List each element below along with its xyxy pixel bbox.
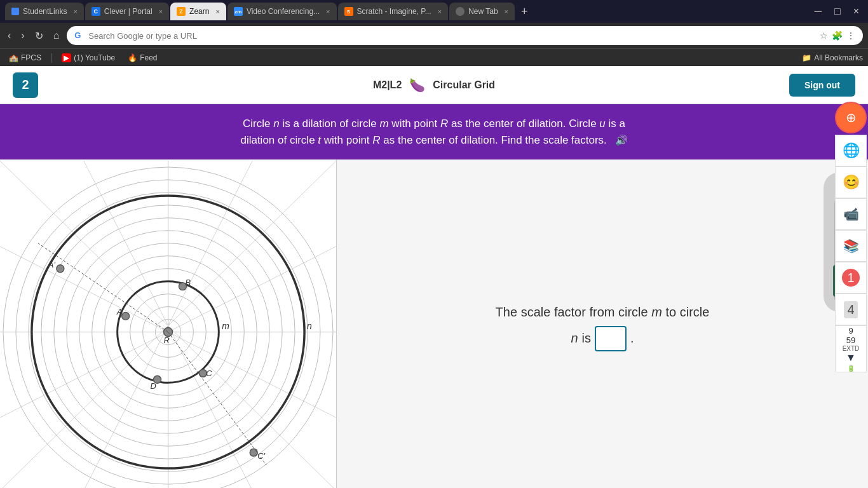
tab-close-studentlinks[interactable]: × [73,8,77,15]
google-logo-icon: G [74,30,85,41]
tab-favicon-zearn: Z [177,7,186,16]
youtube-icon: ▶ [62,53,71,62]
ext-icon-1[interactable]: ⊕ [835,102,867,133]
label-B: B [185,278,191,287]
text-italic-m: m [651,305,662,319]
tab-label-studentlinks: StudentLinks [23,7,67,16]
app-header: 2 M2|L2 🍆 Circular Grid Sign out [0,66,868,104]
label-A-prime: A' [48,260,56,269]
window-controls: ─ □ × [811,4,863,18]
reload-button[interactable]: ↻ [32,27,46,44]
question-text-line1: Circle n is a dilation of circle m with … [25,116,843,132]
period: . [630,331,634,346]
tab-video[interactable]: zm Video Conferencing... × [227,3,337,20]
zearn-logo: 2 [13,72,38,98]
forward-button[interactable]: › [18,27,27,44]
tab-favicon-clever: C [92,7,100,16]
label-D: D [151,381,156,391]
diagram-panel: m n A B D C R [0,159,337,488]
circle-diagram-svg: m n A B D C R [0,159,336,488]
tab-favicon-studentlinks [11,8,19,15]
url-input[interactable] [88,31,812,41]
scale-factor-description: The scale factor from circle m to circle [496,301,710,323]
lesson-name: Circular Grid [433,79,495,91]
menu-icon[interactable]: ⋮ [846,30,855,41]
tab-close-zearn[interactable]: × [215,8,219,15]
question-italic-R2: R [372,134,380,146]
tab-favicon-newtab [456,7,465,16]
label-C: C [206,369,212,378]
answer-panel: The scale factor from circle m to circle… [337,159,868,488]
home-button[interactable]: ⌂ [51,27,62,44]
ext-icon-4[interactable]: 📚 [835,230,867,262]
tab-zearn[interactable]: Z Zearn × [170,3,226,20]
tab-close-newtab[interactable]: × [505,8,508,15]
bookmark-feed-label: Feed [140,53,157,62]
address-bar-icons: ☆ 🧩 ⋮ [820,30,855,41]
answer-line: n is . [571,326,634,351]
bookmarks-folder-icon: 📁 [802,53,811,62]
tab-clever[interactable]: C Clever | Portal × [85,3,169,20]
question-banner: Circle n is a dilation of circle m with … [0,104,868,159]
label-A: A [116,307,123,316]
label-R: R [164,336,170,345]
label-m: m [222,321,229,331]
question-italic-n1: n [273,118,279,130]
sign-out-button[interactable]: Sign out [789,74,855,97]
bookmark-fpcs-label: FPCS [21,53,41,62]
question-italic-t: t [318,134,321,146]
main-content: Circle n is a dilation of circle m with … [0,104,868,488]
tab-close-scratch[interactable]: × [438,8,442,15]
extension-icon[interactable]: 🧩 [832,30,843,41]
bookmark-feed[interactable]: 🔥 Feed [124,52,161,64]
point-A-prime [57,265,64,273]
extension-panel: ⊕ 🌐 😊 📹 📚 1 4 9 59 EXTD ▼ 🔋 [834,102,868,372]
browser-chrome: StudentLinks × C Clever | Portal × Z Zea… [0,0,868,66]
close-button[interactable]: × [850,4,863,18]
bookmarks-bar: 🏫 FPCS | ▶ (1) YouTube 🔥 Feed 📁 All Book… [0,48,868,66]
text-italic-n: n [571,331,578,346]
tab-studentlinks[interactable]: StudentLinks × [5,3,84,20]
text-is: is [582,331,591,346]
question-italic-u: u [599,118,605,130]
point-C-prime [250,449,257,456]
tab-label-zearn: Zearn [189,7,209,16]
fpcs-icon: 🏫 [9,53,18,62]
scale-factor-input[interactable] [595,326,627,351]
question-italic-R1: R [440,118,448,130]
question-italic-m: m [379,118,388,130]
lesson-icon: 🍆 [409,78,425,93]
all-bookmarks-button[interactable]: 📁 All Bookmarks [802,53,863,62]
ext-icon-5[interactable]: 1 [835,262,867,294]
tab-close-video[interactable]: × [326,8,330,15]
speaker-icon[interactable]: 🔊 [615,135,628,146]
tab-close-clever[interactable]: × [159,8,163,15]
tab-newtab[interactable]: New Tab × [449,3,515,20]
tab-favicon-scratch: S [344,7,353,16]
tab-scratch[interactable]: S Scratch - Imagine, P... × [338,3,449,20]
content-area: m n A B D C R [0,159,868,488]
back-button[interactable]: ‹ [5,27,13,44]
bookmark-icon[interactable]: ☆ [820,30,828,41]
feed-icon: 🔥 [128,53,137,62]
tab-label-scratch: Scratch - Imagine, P... [357,7,431,16]
tab-label-newtab: New Tab [468,7,498,16]
ext-icon-2[interactable]: 😊 [835,166,867,198]
maximize-button[interactable]: □ [831,4,844,18]
new-tab-button[interactable]: + [516,5,533,18]
ext-icon-3[interactable]: 📹 [835,198,867,230]
ext-icon-time: 9 59 EXTD ▼ 🔋 [835,325,867,372]
label-n: n [307,321,312,331]
ext-icon-chrome[interactable]: 🌐 [835,135,867,166]
tab-label-clever: Clever | Portal [104,7,153,16]
all-bookmarks-label: All Bookmarks [814,53,863,62]
ext-icon-6[interactable]: 4 [835,294,867,325]
bookmark-separator-1: | [50,52,53,64]
bookmark-youtube[interactable]: ▶ (1) YouTube [58,52,119,64]
bookmark-fpcs[interactable]: 🏫 FPCS [5,52,45,64]
minimize-button[interactable]: ─ [811,4,825,18]
address-bar[interactable]: G ☆ 🧩 ⋮ [67,26,863,45]
lesson-code: M2|L2 [373,79,402,91]
header-center: M2|L2 🍆 Circular Grid [373,78,495,93]
tab-favicon-video: zm [234,7,243,16]
